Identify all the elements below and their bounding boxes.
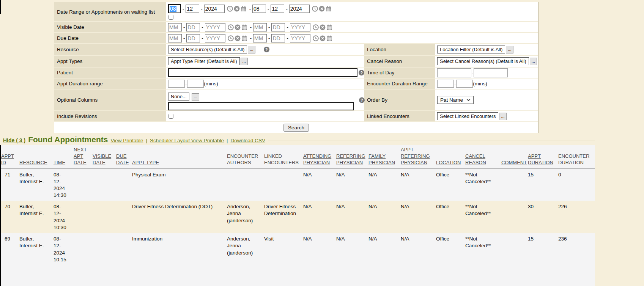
resource-select[interactable]: Select Resource(s) (Default is All) [168,46,247,53]
visible-start-year-input[interactable] [205,23,225,31]
clear-icon[interactable] [235,35,241,41]
view-printable-link[interactable]: View Printable [110,138,143,143]
due-end-year-input[interactable] [290,34,310,42]
column-header[interactable]: LOCATION [436,160,461,165]
column-header[interactable]: REFERRING PHYSICIAN [336,153,365,165]
time-of-day-to-input[interactable] [474,68,508,77]
encounter-duration-from-input[interactable] [437,80,454,88]
due-end-month-input[interactable] [253,34,267,42]
column-header[interactable]: ENCOUNTER DURATION [558,153,589,165]
visible-start-month-input[interactable] [168,23,182,31]
clock-icon[interactable] [312,6,318,12]
download-csv-link[interactable]: Download CSV [230,138,265,143]
visible-end-month-input[interactable] [253,23,267,31]
legend-divider [268,140,595,140]
help-icon[interactable]: ? [359,70,364,75]
table-row: 69 Butler, Internist E. 08- 12- 2024 10:… [1,233,595,286]
column-header[interactable]: VISIBLE DATE [93,153,111,165]
column-header-cell: ENCOUNTER DURATION [558,145,595,168]
calendar-icon[interactable] [241,35,247,41]
hide-link[interactable]: Hide ( 3 ) [3,137,25,143]
clock-icon[interactable] [228,24,234,30]
column-header[interactable]: APPT ID [1,153,14,165]
clear-icon[interactable] [320,35,326,41]
column-header[interactable]: TIME [54,160,65,165]
clear-icon[interactable] [234,6,240,12]
search-button[interactable]: Search [283,124,309,132]
cancel-reason-more-button[interactable]: ... [530,58,537,65]
visible-end-day-input[interactable] [271,23,285,31]
clock-icon[interactable] [313,24,319,30]
patient-input[interactable] [168,68,357,77]
due-start-month-input[interactable] [168,34,182,42]
clear-icon[interactable] [319,6,325,12]
location-select[interactable]: Location Filter (Default is All) [437,46,505,53]
cell-next-apt-date [74,201,93,233]
optional-columns-select[interactable]: None... [168,93,189,101]
column-header-cell: FAMILY PHYSICIAN [368,145,401,168]
appt-duration-to-input[interactable] [187,80,204,88]
column-header-cell: APPT DURATION [528,145,558,168]
scheduler-layout-printable-link[interactable]: Scheduler Layout View Printable [150,138,224,143]
column-header[interactable]: APPT DURATION [528,153,553,165]
column-header-cell: LOCATION [436,145,465,168]
appt-types-more-button[interactable]: ... [241,58,248,65]
column-header[interactable]: ATTENDING PHYSICIAN [303,153,331,165]
visible-start-day-input[interactable] [186,23,200,31]
cancel-reason-select[interactable]: Select Cancel Reason(s) (Default is All) [437,57,529,65]
date-start-day-input[interactable] [186,5,199,13]
linked-encounters-select[interactable]: Select Linked Encounters [437,112,498,120]
date-start-year-input[interactable] [204,5,225,13]
due-end-day-input[interactable] [271,34,285,42]
waiting-list-checkbox[interactable] [168,15,173,20]
cell-appt-duration: 30 [528,201,558,233]
clock-icon[interactable] [227,6,233,12]
cell-appt-referring-physician: N/A [401,201,436,233]
column-header[interactable]: ENCOUNTER AUTHORS [227,153,258,165]
clear-icon[interactable] [320,24,326,30]
clock-icon[interactable] [313,35,319,41]
resource-more-button[interactable]: ... [248,46,255,53]
calendar-icon[interactable] [326,6,332,12]
time-of-day-from-input[interactable] [437,68,471,77]
help-icon[interactable]: ? [359,97,365,103]
location-more-button[interactable]: ... [506,46,513,53]
optional-columns-more-button[interactable]: ... [192,93,199,101]
column-header[interactable]: DUE DATE [116,153,129,165]
patient-row: Patient ? Time of Day - [54,68,538,79]
calendar-icon[interactable] [241,6,247,12]
order-by-value: Pat Name [440,97,463,103]
include-revisions-checkbox[interactable] [168,114,173,119]
calendar-icon[interactable] [326,35,332,41]
column-header[interactable]: NEXT APT DATE [74,147,87,165]
calendar-icon[interactable] [326,24,332,30]
column-header[interactable]: APPT TYPE [132,160,159,165]
link-separator: | [146,138,148,143]
order-by-select[interactable]: Pat Name [437,96,474,104]
column-header[interactable]: APPT REFERRING PHYSICIAN [401,147,430,165]
date-start-month-input[interactable]: 08 [168,4,181,13]
column-header[interactable]: RESOURCE [19,160,47,165]
column-header[interactable]: COMMENT [501,160,527,165]
calendar-icon[interactable] [241,24,247,30]
column-header[interactable]: FAMILY PHYSICIAN [368,153,395,165]
date-end-year-input[interactable] [289,5,310,13]
visible-end-year-input[interactable] [290,23,310,31]
date-end-day-input[interactable] [271,5,284,13]
due-start-day-input[interactable] [186,34,200,42]
clear-icon[interactable] [235,24,241,30]
encounter-duration-to-input[interactable] [456,80,473,88]
column-header[interactable]: CANCEL REASON [465,153,486,165]
appt-duration-from-input[interactable] [168,80,185,88]
column-header[interactable]: LINKED ENCOUNTERS [264,153,299,165]
linked-encounters-more-button[interactable]: ... [499,113,506,120]
appt-types-select[interactable]: Appt Type Filter (Default is All) [168,57,240,65]
optional-columns-input[interactable] [168,102,354,111]
resource-row: Resource Select Resource(s) (Default is … [54,44,538,56]
date-end-month-input[interactable] [252,5,266,13]
clock-icon[interactable] [228,35,234,41]
due-start-year-input[interactable] [205,34,225,42]
cell-family-physician: N/A [368,201,401,233]
column-header-cell: NEXT APT DATE [74,145,93,168]
help-icon[interactable]: ? [264,47,269,52]
